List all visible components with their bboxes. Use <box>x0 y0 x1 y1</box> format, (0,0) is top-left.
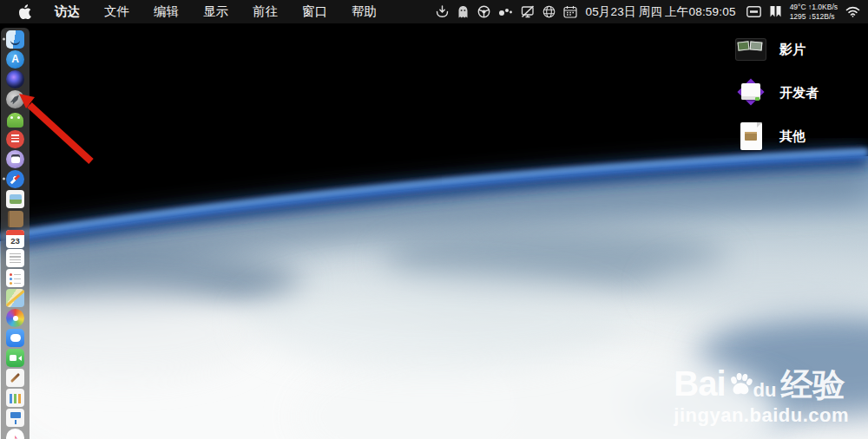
itunes-icon: ♪ <box>6 429 24 439</box>
notes-icon <box>6 249 24 267</box>
developer-folder-icon <box>734 76 767 109</box>
dock-item-siri[interactable] <box>1 69 30 89</box>
dock-item-messages[interactable] <box>1 328 30 348</box>
dock-item-numbers[interactable] <box>1 388 30 408</box>
app-store-icon: A <box>6 50 24 69</box>
running-indicator <box>3 178 5 180</box>
menu-go[interactable]: 前往 <box>240 3 290 20</box>
siri-icon <box>6 70 24 88</box>
clock-time: 上午08:59:05 <box>665 5 736 18</box>
menu-help[interactable]: 帮助 <box>339 3 389 20</box>
wifi-icon[interactable] <box>845 6 860 17</box>
dock-item-launchpad[interactable] <box>1 89 30 109</box>
menu-file[interactable]: 文件 <box>92 3 141 20</box>
dock-item-android-app[interactable] <box>1 109 30 129</box>
apple-menu-icon[interactable] <box>0 4 43 19</box>
maps-icon <box>6 289 24 307</box>
dock-item-finder[interactable] <box>1 29 30 49</box>
dock-item-pages[interactable] <box>1 368 30 388</box>
facetime-icon <box>6 349 24 367</box>
desktop-item-developer[interactable]: 开发者 <box>734 71 865 115</box>
calendar-icon[interactable] <box>563 5 577 18</box>
red-app-icon <box>6 130 24 148</box>
menu-view[interactable]: 显示 <box>191 3 240 20</box>
preview-icon <box>6 190 24 208</box>
movies-folder-icon <box>734 33 767 66</box>
steering-wheel-icon[interactable] <box>477 5 490 18</box>
dots-status-icon[interactable] <box>498 6 513 18</box>
watermark-cn-text: 经验 <box>781 369 845 401</box>
display-icon[interactable] <box>521 5 535 18</box>
download-icon[interactable] <box>436 5 449 18</box>
menu-finder[interactable]: 访达 <box>43 3 92 20</box>
dock-item-itunes[interactable]: ♪ <box>1 428 30 439</box>
desktop-screen: 访达 文件 编辑 显示 前往 窗口 帮助 <box>0 0 868 439</box>
input-method-icon[interactable] <box>746 6 761 17</box>
dock-item-reminders[interactable] <box>1 268 30 288</box>
menu-edit[interactable]: 编辑 <box>141 3 191 20</box>
watermark: Bai du 经验 jingyan.baidu.com <box>674 366 849 425</box>
reminders-icon <box>6 269 24 287</box>
dock-item-red-app[interactable] <box>1 129 30 149</box>
desktop-item-label: 开发者 <box>779 85 819 102</box>
menu-window[interactable]: 窗口 <box>290 3 339 20</box>
menubar-clock[interactable]: 05月23日周四上午08:59:05 <box>585 4 738 20</box>
desktop-item-other[interactable]: 其他 <box>734 115 865 158</box>
calendar-app-icon: 23 <box>6 230 24 248</box>
desktop-icons: 影片 开发者 其他 <box>734 28 865 158</box>
other-file-icon <box>734 120 767 153</box>
ghost-icon[interactable] <box>457 5 470 19</box>
dock: A 23 <box>1 28 30 439</box>
dock-item-maps[interactable] <box>1 288 30 308</box>
dock-item-calendar[interactable]: 23 <box>1 229 30 249</box>
dock-item-notes[interactable] <box>1 248 30 268</box>
photos-icon <box>6 309 24 327</box>
calendar-day: 23 <box>10 235 20 247</box>
dock-item-purple-disk-app[interactable] <box>1 149 30 169</box>
desktop-item-label: 影片 <box>779 42 806 58</box>
watermark-logo: Bai du 经验 <box>674 366 849 401</box>
menu-bar-status: 05月23日周四上午08:59:05 49°C ↑1.0KB/s 1295 ↓5… <box>436 0 868 23</box>
clock-date: 05月23日 <box>585 5 635 18</box>
globe-icon[interactable] <box>542 5 556 18</box>
stats-line1: 49°C ↑1.0KB/s <box>790 3 838 12</box>
desktop-item-movies[interactable]: 影片 <box>734 28 865 71</box>
watermark-du-text: du <box>753 381 777 400</box>
dictionary-icon <box>8 211 23 227</box>
launchpad-icon <box>6 90 24 108</box>
dock-item-photos[interactable] <box>1 308 30 328</box>
android-icon <box>7 113 23 128</box>
paw-icon <box>727 370 754 403</box>
numbers-icon <box>6 389 24 407</box>
clock-weekday: 周四 <box>639 5 662 18</box>
stats-line2: 1295 ↓512B/s <box>790 12 838 22</box>
watermark-bai-text: Bai <box>674 366 725 401</box>
dock-item-facetime[interactable] <box>1 348 30 368</box>
menu-bar-left: 访达 文件 编辑 显示 前往 窗口 帮助 <box>0 0 389 23</box>
messages-icon <box>6 329 24 347</box>
dock-item-keynote[interactable] <box>1 408 30 428</box>
flags-icon[interactable] <box>769 5 782 18</box>
watermark-url: jingyan.baidu.com <box>674 406 849 425</box>
finder-icon <box>6 30 24 49</box>
dock-item-app-store[interactable]: A <box>1 49 30 69</box>
running-indicator <box>3 38 5 41</box>
network-stats[interactable]: 49°C ↑1.0KB/s 1295 ↓512B/s <box>790 3 838 21</box>
desktop-item-label: 其他 <box>779 128 806 145</box>
purple-disk-icon <box>6 150 24 168</box>
safari-icon <box>6 170 24 188</box>
keynote-icon <box>6 409 24 427</box>
dock-item-preview[interactable] <box>1 189 30 209</box>
dock-item-safari[interactable] <box>1 169 30 189</box>
menu-bar: 访达 文件 编辑 显示 前往 窗口 帮助 <box>0 0 868 23</box>
dock-item-dictionary[interactable] <box>1 209 30 229</box>
pages-icon <box>6 369 24 387</box>
